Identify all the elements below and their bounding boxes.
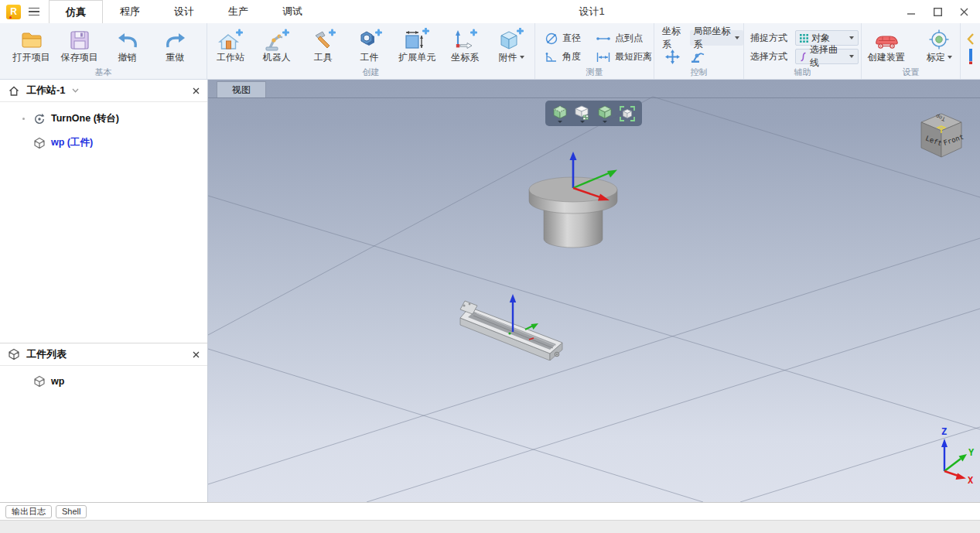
view-cube[interactable]: Top Left Front [917,111,966,163]
calibrate-dropdown-caret-icon[interactable] [948,56,952,59]
calibrate-button[interactable]: 标定 [918,26,960,63]
measure-diameter-button[interactable]: 直径 [545,29,592,47]
scene-turntable-object[interactable] [517,151,633,250]
shaded-wireframe-view-button[interactable] [552,104,568,123]
attachment-icon [498,26,524,51]
redo-icon [165,26,186,51]
view-caret-icon [603,121,607,123]
calibrate-icon [927,26,951,51]
undo-button[interactable]: 撤销 [104,26,152,63]
main-area: 工作站-1 TurnOne (转台) wp (工件) 工件列表 [0,80,980,502]
maximize-button[interactable] [927,2,948,21]
shell-tab[interactable]: Shell [56,505,87,518]
robot-icon [264,26,290,51]
axis-x-label: X [968,475,974,485]
ribbon-group-assist: 捕捉方式 对象 选择方式 选择曲线 辅助 [744,23,862,79]
open-project-button[interactable]: 打开项目 [8,26,56,63]
robot-jog-button[interactable] [691,50,706,64]
application-window: R 仿真 程序 设计 生产 调试 设计1 打开项目 [0,0,980,533]
list-item-wp[interactable]: wp [0,369,207,393]
menu-tab-production[interactable]: 生产 [211,0,265,23]
move-control-button[interactable] [665,50,680,64]
cube-outline-icon [33,137,46,149]
axis-z-label: Z [941,426,947,437]
viewport-tab-strip: 视图 [208,80,980,98]
create-tool-button[interactable]: 工具 [300,26,347,63]
group-label-assist: 辅助 [744,67,861,78]
tree-item-wp[interactable]: wp (工件) [0,131,207,155]
angle-icon [545,50,558,64]
left-sidebar: 工作站-1 TurnOne (转台) wp (工件) 工件列表 [0,80,208,502]
zoom-fit-button[interactable] [620,106,635,121]
ribbon-edge-strip [961,23,980,79]
group-label-basic: 基本 [0,67,207,78]
workpiece-panel-title: 工件列表 [26,347,67,361]
cube-outline-icon [8,348,20,360]
viewport-3d-canvas[interactable]: 视图 [208,80,980,502]
create-frame-button[interactable]: 坐标系 [442,26,488,63]
coordinate-system-select[interactable]: 局部坐标系 [690,30,743,46]
save-project-button[interactable]: 保存项目 [56,26,104,63]
status-bar [0,520,980,533]
undo-icon [117,26,138,51]
select-mode-select[interactable]: 选择曲线 [795,49,859,64]
menu-tab-design[interactable]: 设计 [157,0,211,23]
wireframe-grid-view-button[interactable] [575,104,590,123]
diameter-icon [545,32,558,46]
station-panel-title: 工作站-1 [26,84,66,97]
group-label-create: 创建 [207,67,534,78]
hamburger-menu-icon[interactable] [29,8,39,16]
station-panel-close-button[interactable] [193,87,200,94]
snap-mode-label: 捕捉方式 [750,32,791,45]
min-distance-icon [596,50,611,64]
solid-view-button[interactable] [597,104,613,123]
group-label-control: 控制 [654,67,743,78]
snap-caret-icon [849,36,854,39]
ribbon-group-create: 工作站 机器人 工具 [207,23,535,79]
expand-bullet-icon[interactable] [22,118,25,120]
create-device-button[interactable]: 创建装置 [862,26,910,63]
station-title-caret-icon[interactable] [72,88,79,93]
workpiece-icon [357,26,383,51]
create-robot-button[interactable]: 机器人 [254,26,300,63]
coord-caret-icon [735,36,739,39]
home-icon [8,85,20,97]
group-label-settings: 设置 [862,67,960,78]
select-caret-icon [849,55,854,58]
collapse-chevron-icon[interactable] [966,32,975,46]
app-logo-icon[interactable]: R [6,5,21,19]
close-button[interactable] [954,2,974,21]
ribbon-group-basic: 打开项目 保存项目 撤销 [0,23,207,79]
minimize-button[interactable] [901,2,921,21]
menu-tab-debug[interactable]: 调试 [265,0,319,23]
axis-triad: Z Y X [926,426,975,485]
create-workpiece-button[interactable]: 工件 [347,26,393,63]
ribbon-group-control: 坐标系 局部坐标系 控制 [654,23,744,79]
frame-icon [452,26,478,51]
attachment-dropdown-caret-icon[interactable] [520,56,524,59]
measure-angle-button[interactable]: 角度 [545,48,592,66]
window-controls [901,0,974,23]
create-extend-unit-button[interactable]: 扩展单元 [392,26,442,63]
tool-icon [310,26,336,51]
group-label-measure: 测量 [535,67,654,78]
redo-button[interactable]: 重做 [152,26,200,63]
workpiece-list-panel: 工件列表 wp [0,343,207,393]
create-workstation-button[interactable]: 工作站 [207,26,254,63]
scene-rail-workpiece-object[interactable] [454,287,582,360]
menu-tab-simulation[interactable]: 仿真 [49,0,103,23]
ribbon-group-settings: 创建装置 标定 设置 [862,23,961,79]
output-log-tab[interactable]: 输出日志 [5,505,52,518]
snap-grid-icon [800,34,808,43]
ribbon-group-measure: 直径 点到点 角度 最短距离 测量 [535,23,654,79]
title-bar: R 仿真 程序 设计 生产 调试 设计1 [0,0,980,23]
save-icon [70,26,90,51]
menu-tab-program[interactable]: 程序 [103,0,157,23]
menu-tab-bar: 仿真 程序 设计 生产 调试 [49,0,319,23]
tree-item-turnone[interactable]: TurnOne (转台) [0,107,207,131]
bottom-tab-bar: 输出日志 Shell [0,502,980,520]
extend-unit-icon [404,26,430,51]
viewport-tab-view[interactable]: 视图 [217,81,266,97]
create-attachment-button[interactable]: 附件 [488,26,534,63]
workpiece-panel-close-button[interactable] [193,351,200,358]
